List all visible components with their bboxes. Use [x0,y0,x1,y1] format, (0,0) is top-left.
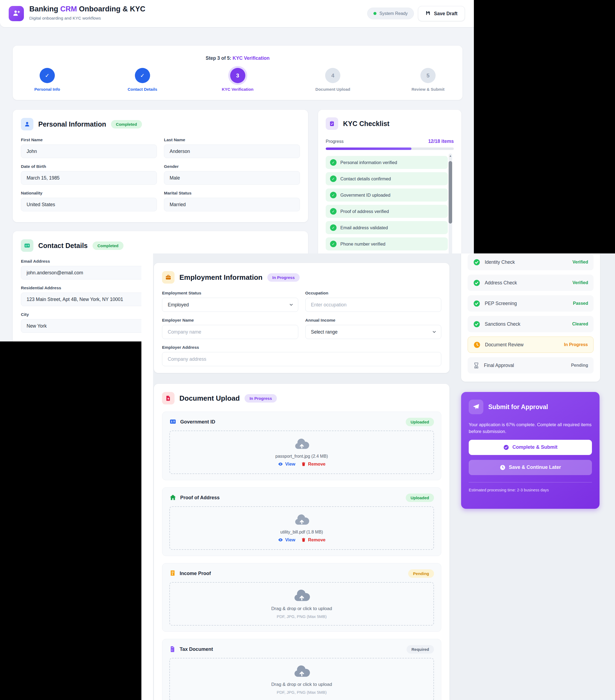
field-marital-status: Marital Status [164,191,300,211]
clipboard-check-icon [326,117,338,130]
stitch-white-strip [141,253,153,700]
doc-badge-uploaded: Uploaded [406,493,434,502]
chevron-down-icon [432,329,437,334]
checklist-item: ✓Personal information verified [326,156,448,169]
marital-status-input[interactable] [164,198,300,211]
overlay-screenshot-region: Employment Information In Progress Emplo… [141,253,615,700]
black-region-top-right [474,0,615,253]
step-kyc-verification[interactable]: 3 KYC Verification [215,68,261,91]
dropzone-hint: Drag & drop or click to upload [271,682,332,687]
field-date-of-birth: Date of Birth [21,164,157,185]
step-document-upload[interactable]: 4 Document Upload [310,68,356,91]
government-id-dropzone[interactable]: passport_front.jpg (2.4 MB) View Remove [169,430,434,474]
dropzone-filetypes: PDF, JPG, PNG (Max 5MB) [277,690,326,695]
dropzone-hint: Drag & drop or click to upload [271,606,332,611]
trash-icon [301,537,306,542]
annual-income-select[interactable]: Select range [305,325,441,339]
doc-badge-required: Required [407,645,434,653]
clock-icon [473,341,481,349]
status-text: Verified [572,280,588,285]
gender-input[interactable] [164,171,300,185]
occupation-input[interactable] [305,298,441,312]
check-circle-icon [503,445,509,450]
step-3-label: KYC Verification [222,87,254,91]
file-upload-icon [162,392,175,404]
save-draft-button[interactable]: Save Draft [418,6,465,21]
uploaded-filename: utility_bill.pdf (1.8 MB) [280,530,323,535]
eye-icon [278,537,283,542]
checklist-scrollbar[interactable]: ▲ [449,153,452,254]
tax-document-dropzone[interactable]: Drag & drop or click to upload PDF, JPG,… [169,658,434,700]
field-employment-status: Employment Status Employed [162,291,298,312]
checklist-item: ✓Contact details confirmed [326,172,448,185]
id-card-icon [21,239,34,252]
income-proof-dropzone[interactable]: Drag & drop or click to upload PDF, JPG,… [169,582,434,626]
verification-panel: Identity Check Verified Address Check Ve… [461,253,600,382]
step-contact-details[interactable]: ✓ Contact Details [119,68,166,91]
personal-information-card: Personal Information Completed First Nam… [13,110,308,222]
house-icon [169,494,176,502]
submit-title: Submit for Approval [488,403,548,411]
eye-icon [278,462,283,467]
cloud-upload-icon [294,438,309,451]
step-1-label: Personal Info [34,87,60,91]
field-last-name: Last Name [164,137,300,158]
first-name-input[interactable] [21,145,157,158]
employment-status-select[interactable]: Employed [162,298,298,312]
step-personal-info[interactable]: ✓ Personal Info [24,68,70,91]
check-circle-icon [473,321,481,328]
doc-item-tax-document: Tax Document Required Drag & drop or cli… [162,639,441,700]
doc-item-income-proof: $ Income Proof Pending Drag & drop or cl… [162,563,441,632]
step-review-submit[interactable]: 5 Review & Submit [405,68,451,91]
step-5-circle: 5 [420,68,436,83]
step-4-label: Document Upload [315,87,350,91]
user-plus-icon [12,9,20,18]
contact-details-title: Contact Details [38,242,88,250]
check-icon: ✓ [330,208,336,215]
employment-status-badge: In Progress [267,273,300,282]
employer-name-input[interactable] [162,325,298,339]
document-upload-card: Document Upload In Progress Government I… [154,384,449,700]
page-subtitle: Digital onboarding and KYC workflows [29,16,101,21]
stepper-steps: ✓ Personal Info ✓ Contact Details 3 KYC … [13,68,462,91]
proof-of-address-dropzone[interactable]: utility_bill.pdf (1.8 MB) View Remove [169,506,434,550]
checklist: ✓Personal information verified ✓Contact … [326,156,448,267]
scrollbar-thumb[interactable] [449,161,452,224]
complete-submit-button[interactable]: Complete & Submit [469,440,592,455]
page-title: Banking CRM Onboarding & KYC [29,5,145,13]
doc-badge-pending: Pending [408,569,434,578]
remove-link[interactable]: Remove [301,537,325,542]
employer-address-input[interactable] [162,352,441,366]
check-icon: ✓ [330,175,336,182]
employment-information-card: Employment Information In Progress Emplo… [154,263,449,373]
scroll-up-icon[interactable]: ▲ [449,154,452,157]
step-indicator-text: Step 3 of 5: KYC Verification [13,55,462,61]
progress-bar [326,148,454,150]
step-4-circle: 4 [325,68,340,83]
check-icon: ✓ [330,192,336,198]
check-row-address: Address Check Verified [467,275,593,291]
chevron-down-icon [289,302,294,307]
check-icon: ✓ [330,224,336,231]
check-row-final-approval: Final Approval Pending [467,357,593,374]
step-3-circle: 3 [230,68,245,83]
view-link[interactable]: View [278,537,295,542]
document-upload-status-badge: In Progress [245,394,277,402]
date-of-birth-input[interactable] [21,171,157,185]
last-name-input[interactable] [164,145,300,158]
field-occupation: Occupation [305,291,441,312]
checklist-item: ✓Proof of address verified [326,205,448,218]
status-text: Verified [572,260,588,265]
nationality-input[interactable] [21,198,157,211]
paper-plane-icon [469,400,483,414]
field-annual-income: Annual Income Select range [305,318,441,339]
status-text: Cleared [572,322,588,326]
view-link[interactable]: View [278,462,295,467]
remove-link[interactable]: Remove [301,462,325,467]
status-text: Pending [571,363,588,368]
field-first-name: First Name [21,137,157,158]
check-icon: ✓ [330,159,336,166]
field-gender: Gender [164,164,300,185]
save-continue-button[interactable]: Save & Continue Later [469,460,592,475]
doc-item-government-id: Government ID Uploaded passport_front.jp… [162,412,441,480]
